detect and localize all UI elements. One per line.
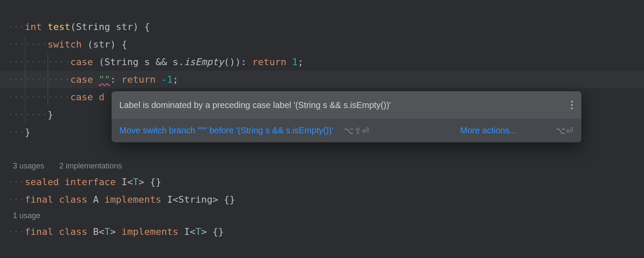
keyword-partial: d — [99, 92, 104, 102]
code-line[interactable]: ··········· case (String s && s.isEmpty(… — [0, 53, 644, 71]
keyword-return: return — [252, 57, 286, 67]
more-actions-link[interactable]: More actions... — [460, 126, 516, 135]
inspection-title-bar: Label is dominated by a preceding case l… — [112, 91, 581, 119]
quick-fix-row[interactable]: Move switch branch '""' before '(String … — [112, 119, 581, 142]
blank-line — [0, 141, 644, 159]
keyword-sealed: sealed — [25, 177, 59, 187]
method-call: isEmpty — [184, 57, 224, 67]
inspection-message: Label is dominated by a preceding case l… — [119, 100, 391, 110]
method-name: test — [48, 21, 70, 32]
keyword-case: case — [70, 74, 93, 85]
more-menu-icon[interactable] — [568, 98, 575, 112]
keyword-case: case — [70, 57, 93, 67]
keyword-case: case — [70, 92, 93, 102]
keyword-return: return — [122, 74, 155, 85]
impl-type-close: > {} — [201, 226, 224, 237]
keyword-interface: interface — [64, 177, 115, 187]
number-literal: 1 — [292, 57, 298, 67]
close-brace: } — [48, 109, 53, 120]
switch-expr: (str) { — [87, 39, 127, 50]
semicolon: ; — [298, 57, 304, 67]
keyword-implements: implements — [122, 226, 178, 237]
class-name: B< — [93, 226, 105, 237]
type-close: > — [110, 226, 122, 237]
code-line-highlighted[interactable]: ··········· case "": return -1; — [0, 71, 644, 88]
keyword-switch: switch — [48, 39, 82, 50]
shortcut-label: ⌥⏎ — [556, 126, 574, 136]
inlay-hints-row[interactable]: 1 usage — [0, 208, 644, 223]
code-line[interactable]: ··· int test(String str) { — [0, 18, 644, 36]
impl-type: I<String> {} — [167, 194, 235, 205]
class-name: A — [93, 194, 105, 205]
param-decl: (String str) { — [70, 21, 150, 32]
keyword-final: final — [25, 226, 53, 237]
implementations-inlay[interactable]: 2 implementations — [59, 162, 122, 171]
semicolon: ; — [173, 74, 178, 85]
code-line[interactable]: ··· sealed interface I<T> {} — [0, 173, 644, 191]
generic-param: T — [195, 226, 201, 237]
pattern-open: (String s && s. — [99, 57, 184, 67]
code-line[interactable]: ······· switch (str) { — [0, 36, 644, 53]
quick-fix-action[interactable]: Move switch branch '""' before '(String … — [119, 126, 334, 135]
close-brace: } — [25, 127, 30, 138]
keyword-final: final — [25, 194, 53, 205]
keyword-class: class — [59, 226, 87, 237]
usages-inlay[interactable]: 3 usages — [13, 162, 44, 171]
impl-type-open: I< — [184, 226, 196, 237]
code-line[interactable]: ··· final class A implements I<String> {… — [0, 191, 644, 208]
generic-param: T — [133, 177, 138, 187]
keyword-implements: implements — [104, 194, 161, 205]
inlay-hints-row[interactable]: 3 usages 2 implementations — [0, 159, 644, 173]
type-name: I< — [122, 177, 133, 187]
colon: : — [110, 74, 115, 85]
keyword-int: int — [25, 21, 42, 32]
usages-inlay[interactable]: 1 usage — [13, 211, 40, 220]
number-literal: -1 — [161, 74, 173, 85]
keyword-class: class — [59, 194, 87, 205]
pattern-close: ()): — [224, 57, 252, 67]
inspection-popup[interactable]: Label is dominated by a preceding case l… — [112, 91, 581, 142]
type-close: > {} — [139, 177, 161, 187]
code-line[interactable]: ··· final class B<T> implements I<T> {} — [0, 223, 644, 240]
generic-param: T — [104, 226, 110, 237]
string-literal-warning: "" — [99, 74, 110, 85]
shortcut-label: ⌥⇧⏎ — [344, 126, 370, 136]
